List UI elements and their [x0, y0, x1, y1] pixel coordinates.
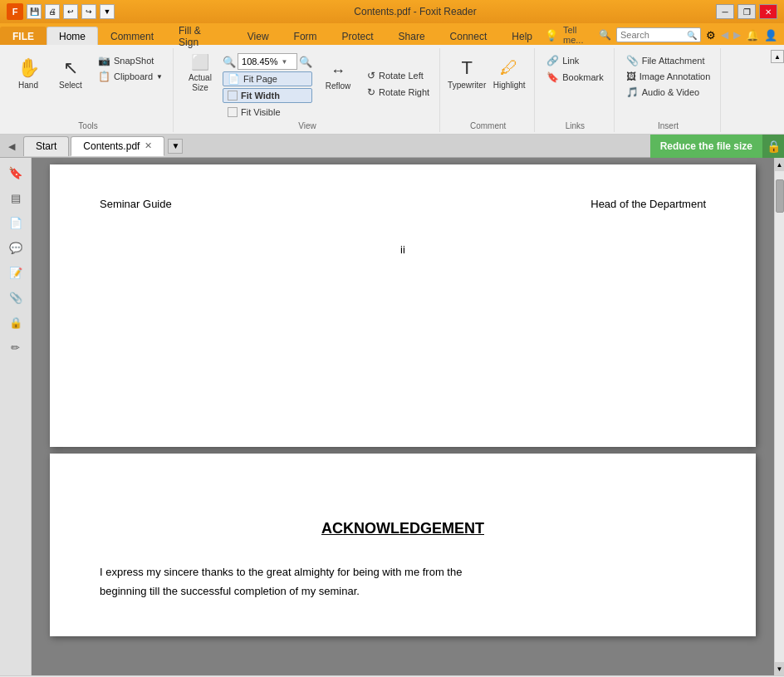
tab-contents-pdf[interactable]: Contents.pdf ✕: [71, 136, 164, 156]
select-icon: ↖: [63, 57, 78, 79]
seminar-guide-text: Seminar Guide: [100, 198, 172, 210]
scroll-down-arrow[interactable]: ▼: [775, 662, 784, 675]
tab-view[interactable]: View: [235, 27, 282, 45]
sidebar-forms-icon[interactable]: 📝: [4, 261, 27, 284]
minimize-button[interactable]: ─: [716, 4, 734, 19]
tab-fill-sign[interactable]: Fill & Sign: [166, 27, 235, 45]
reduce-file-size-button[interactable]: Reduce the file size: [650, 135, 762, 158]
clipboard-button[interactable]: 📋 Clipboard ▼: [93, 69, 168, 84]
restore-button[interactable]: ❐: [737, 4, 756, 19]
rotate-right-icon: ↻: [367, 86, 375, 98]
fit-page-button[interactable]: 📄 Fit Page: [223, 71, 312, 86]
quick-access-redo[interactable]: ↪: [81, 4, 96, 19]
zoom-in-icon[interactable]: 🔍: [299, 56, 312, 68]
quick-access-undo[interactable]: ↩: [63, 4, 78, 19]
fit-width-checkbox: [228, 91, 238, 101]
tab-form[interactable]: Form: [282, 27, 330, 45]
fit-width-button[interactable]: Fit Width: [223, 88, 312, 103]
reflow-icon: ↔: [331, 62, 345, 80]
group-insert-label: Insert: [658, 121, 679, 130]
zoom-dropdown-icon: ▼: [281, 58, 287, 66]
rotate-left-icon: ↺: [367, 70, 375, 81]
snapshot-icon: 📷: [98, 55, 110, 66]
rotate-right-button[interactable]: ↻ Rotate Right: [362, 85, 434, 100]
group-view: ⬜ ActualSize 🔍 108.45% ▼ 🔍 📄 Fit Page: [175, 48, 440, 132]
reduce-file-size-area: Reduce the file size 🔒: [650, 135, 784, 158]
link-icon: 🔗: [546, 55, 559, 66]
pdf-page-1: Seminar Guide Head of the Department ii: [50, 164, 756, 447]
sidebar-edit-icon[interactable]: ✏: [4, 336, 27, 359]
tab-start-label: Start: [36, 140, 56, 152]
sidebar-security-icon[interactable]: 🔒: [4, 311, 27, 334]
sidebar-toggle-button[interactable]: ◀: [3, 138, 20, 155]
fit-page-icon: 📄: [228, 73, 240, 85]
ack-paragraph: I express my sincere thanks to the great…: [100, 562, 706, 601]
tab-file[interactable]: FILE: [0, 27, 47, 45]
tab-share[interactable]: Share: [386, 27, 438, 45]
notification-icon[interactable]: 🔔: [746, 29, 759, 42]
user-icon[interactable]: 👤: [764, 29, 777, 42]
tab-dropdown-arrow[interactable]: ▼: [168, 139, 183, 154]
tab-connect[interactable]: Connect: [438, 27, 500, 45]
reflow-button[interactable]: ↔ Reflow: [318, 53, 358, 100]
actual-size-label: ActualSize: [189, 73, 212, 93]
bookmark-button[interactable]: 🔖 Bookmark: [541, 70, 609, 85]
tell-me-icon: 💡: [545, 29, 558, 42]
tell-me-field[interactable]: Tell me...: [563, 25, 594, 45]
back-nav-icon[interactable]: ◀: [721, 29, 728, 41]
hand-icon: ✋: [17, 57, 40, 79]
tab-comment[interactable]: Comment: [98, 27, 166, 45]
tab-help[interactable]: Help: [499, 27, 545, 45]
actual-size-button[interactable]: ⬜ ActualSize: [180, 50, 220, 96]
ribbon-collapse-button[interactable]: ▲: [771, 50, 784, 63]
tab-home[interactable]: Home: [47, 27, 98, 45]
right-scrollbar[interactable]: ▲ ▼: [774, 158, 784, 675]
search-input[interactable]: [620, 30, 687, 40]
sidebar-annotations-icon[interactable]: 💬: [4, 236, 27, 259]
zoom-display[interactable]: 108.45% ▼: [238, 53, 297, 70]
title-bar: F 💾 🖨 ↩ ↪ ▼ Contents.pdf - Foxit Reader …: [0, 0, 784, 23]
tab-protect[interactable]: Protect: [330, 27, 386, 45]
fit-visible-button[interactable]: Fit Visible: [223, 105, 312, 120]
quick-access-customize[interactable]: ▼: [100, 4, 115, 19]
reduce-lock-icon[interactable]: 🔒: [762, 135, 784, 158]
page-header: Seminar Guide Head of the Department: [100, 198, 706, 210]
tab-contents-close-icon[interactable]: ✕: [145, 140, 152, 151]
rotate-left-button[interactable]: ↺ Rotate Left: [362, 68, 434, 83]
forward-nav-icon[interactable]: ▶: [733, 29, 741, 41]
quick-access-print[interactable]: 🖨: [45, 4, 60, 19]
sidebar-layers-icon[interactable]: ▤: [4, 186, 27, 209]
quick-access-save[interactable]: 💾: [27, 4, 42, 19]
scroll-track[interactable]: [775, 171, 784, 662]
sidebar-bookmark-icon[interactable]: 🔖: [4, 161, 27, 184]
image-annotation-icon: 🖼: [626, 71, 636, 82]
close-button[interactable]: ✕: [759, 4, 777, 19]
sidebar-pages-icon[interactable]: 📄: [4, 211, 27, 234]
hand-button[interactable]: ✋ Hand: [8, 50, 48, 96]
acknowledgement-title: ACKNOWLEDGEMENT: [100, 520, 706, 537]
group-comment-label: Comment: [470, 121, 506, 130]
highlight-button[interactable]: 🖊 Highlight: [489, 50, 529, 96]
tab-start[interactable]: Start: [23, 136, 69, 156]
actual-size-icon: ⬜: [191, 53, 209, 71]
search-submit-icon[interactable]: 🔍: [687, 31, 697, 40]
head-department-text: Head of the Department: [590, 198, 706, 210]
file-attachment-button[interactable]: 📎 File Attachment: [621, 53, 716, 68]
pdf-viewer[interactable]: Seminar Guide Head of the Department ii …: [32, 158, 774, 675]
audio-video-icon: 🎵: [626, 86, 639, 98]
image-annotation-button[interactable]: 🖼 Image Annotation: [621, 69, 716, 84]
snapshot-button[interactable]: 📷 SnapShot: [93, 53, 168, 68]
roman-numeral: ii: [100, 243, 706, 256]
typewriter-button[interactable]: T Typewriter: [447, 50, 487, 96]
zoom-out-icon[interactable]: 🔍: [223, 56, 236, 68]
link-button[interactable]: 🔗 Link: [541, 53, 609, 68]
left-sidebar: 🔖 ▤ 📄 💬 📝 📎 🔒 ✏: [0, 158, 32, 675]
scroll-thumb[interactable]: [776, 179, 784, 213]
settings-icon[interactable]: ⚙: [706, 29, 716, 42]
audio-video-button[interactable]: 🎵 Audio & Video: [621, 85, 716, 100]
clipboard-dropdown-icon: ▼: [156, 73, 163, 81]
ribbon-content: ✋ Hand ↖ Select 📷 SnapShot 📋 Clipboard ▼…: [0, 45, 784, 135]
sidebar-attachments-icon[interactable]: 📎: [4, 286, 27, 309]
scroll-up-arrow[interactable]: ▲: [775, 158, 784, 171]
select-button[interactable]: ↖ Select: [51, 50, 91, 96]
